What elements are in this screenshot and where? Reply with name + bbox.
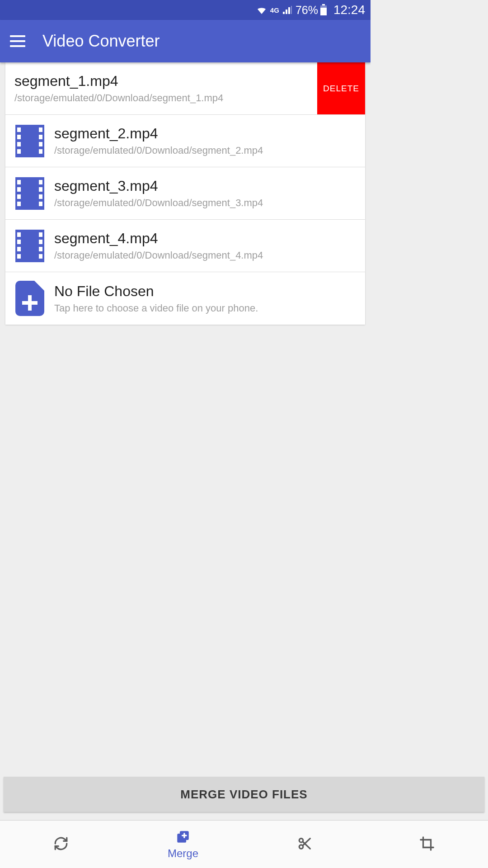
file-row[interactable]: segment_2.mp4 /storage/emulated/0/Downlo…: [5, 115, 365, 167]
signal-icon: [283, 4, 292, 17]
film-icon: [5, 177, 54, 210]
file-name: segment_4.mp4: [54, 230, 360, 247]
file-row[interactable]: segment_4.mp4 /storage/emulated/0/Downlo…: [5, 220, 365, 272]
file-path: /storage/emulated/0/Download/segment_3.m…: [54, 197, 360, 209]
add-file-icon: [5, 281, 54, 316]
network-label: 4G: [270, 6, 279, 14]
file-path: /storage/emulated/0/Download/segment_1.m…: [14, 92, 312, 104]
menu-icon[interactable]: [10, 35, 25, 47]
file-name: segment_2.mp4: [54, 125, 360, 142]
file-name: segment_3.mp4: [54, 178, 360, 194]
clock: 12:24: [333, 3, 365, 17]
chooser-subtitle: Tap here to choose a video file on your …: [54, 302, 360, 314]
delete-button[interactable]: DELETE: [317, 62, 365, 114]
svg-rect-0: [322, 4, 325, 5]
battery-percent: 76%: [296, 4, 318, 17]
battery-indicator: 76%: [296, 4, 327, 17]
status-bar: 4G 76% 12:24: [0, 0, 371, 20]
file-name: segment_1.mp4: [14, 73, 312, 90]
chooser-title: No File Chosen: [54, 283, 360, 300]
add-file-row[interactable]: No File Chosen Tap here to choose a vide…: [5, 272, 365, 325]
file-row[interactable]: segment_1.mp4 /storage/emulated/0/Downlo…: [5, 62, 365, 115]
file-path: /storage/emulated/0/Download/segment_2.m…: [54, 145, 360, 156]
app-title: Video Converter: [42, 32, 160, 51]
film-icon: [5, 125, 54, 157]
wifi-icon: [257, 4, 267, 17]
file-path: /storage/emulated/0/Download/segment_4.m…: [54, 250, 360, 261]
file-row[interactable]: segment_3.mp4 /storage/emulated/0/Downlo…: [5, 167, 365, 220]
app-bar: Video Converter: [0, 20, 371, 62]
file-list: segment_1.mp4 /storage/emulated/0/Downlo…: [5, 62, 365, 325]
svg-rect-2: [320, 8, 327, 15]
film-icon: [5, 230, 54, 262]
